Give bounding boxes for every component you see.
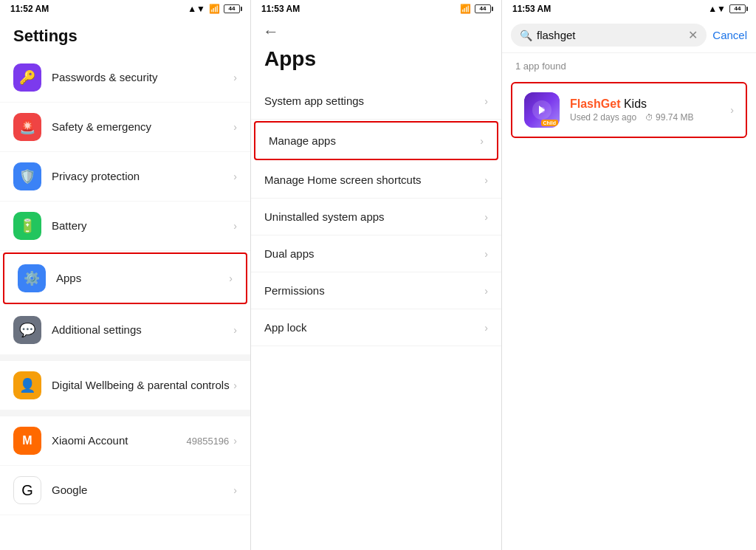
dual-apps-chevron: › bbox=[484, 248, 488, 260]
cancel-button[interactable]: Cancel bbox=[712, 29, 747, 41]
app-size-value: 99.74 MB bbox=[656, 112, 693, 123]
app-lock-label: App lock bbox=[264, 321, 484, 334]
battery-icon-item: 🔋 bbox=[13, 212, 41, 240]
settings-item-xiaomi[interactable]: M Xiaomi Account 49855196 › bbox=[0, 416, 250, 466]
settings-item-battery[interactable]: 🔋 Battery › bbox=[0, 202, 250, 251]
divider-2 bbox=[0, 410, 250, 416]
manage-apps-chevron: › bbox=[480, 135, 484, 147]
time-1: 11:52 AM bbox=[10, 4, 49, 14]
xiaomi-chevron: › bbox=[233, 435, 237, 447]
menu-item-permissions[interactable]: Permissions › bbox=[251, 272, 501, 309]
menu-item-dual-apps[interactable]: Dual apps › bbox=[251, 236, 501, 272]
settings-item-digital[interactable]: 👤 Digital Wellbeing & parental controls … bbox=[0, 361, 250, 410]
safety-icon: 🚨 bbox=[13, 113, 41, 141]
app-name: FlashGet Kids bbox=[570, 97, 730, 111]
digital-chevron: › bbox=[233, 379, 237, 391]
app-info: FlashGet Kids Used 2 days ago ⏱ 99.74 MB bbox=[570, 97, 730, 123]
back-nav[interactable]: ← bbox=[251, 18, 501, 46]
apps-chevron: › bbox=[229, 272, 233, 284]
signal-icon-3: ▲▼ bbox=[708, 4, 726, 14]
settings-item-safety[interactable]: 🚨 Safety & emergency › bbox=[0, 103, 250, 152]
signal-icon-1: ▲▼ bbox=[188, 4, 205, 14]
manage-apps-label: Manage apps bbox=[269, 134, 480, 147]
search-bar: 🔍 ✕ Cancel bbox=[502, 18, 756, 53]
digital-label: Digital Wellbeing & parental controls bbox=[52, 378, 233, 393]
manage-home-label: Manage Home screen shortcuts bbox=[264, 173, 484, 186]
safety-chevron: › bbox=[233, 121, 237, 133]
back-button[interactable]: ← bbox=[263, 22, 279, 41]
app-name-highlight: FlashGet bbox=[570, 97, 620, 110]
menu-item-uninstalled[interactable]: Uninstalled system apps › bbox=[251, 199, 501, 236]
additional-label: Additional settings bbox=[52, 323, 233, 337]
apps-label: Apps bbox=[56, 271, 229, 286]
passwords-label: Passwords & security bbox=[52, 70, 233, 85]
battery-chevron: › bbox=[233, 220, 237, 232]
menu-item-manage-apps[interactable]: Manage apps › bbox=[254, 121, 498, 160]
time-3: 11:53 AM bbox=[512, 4, 551, 14]
google-chevron: › bbox=[233, 484, 237, 496]
settings-item-passwords[interactable]: 🔑 Passwords & security › bbox=[0, 53, 250, 103]
status-bar-1: 11:52 AM ▲▼ 📶 44 bbox=[0, 0, 250, 18]
child-badge: Child bbox=[541, 120, 559, 126]
app-lock-chevron: › bbox=[484, 322, 488, 334]
xiaomi-icon: M bbox=[13, 427, 41, 455]
apps-content: ← Apps System app settings › Manage apps… bbox=[251, 18, 501, 550]
wifi-icon-1: 📶 bbox=[209, 4, 220, 14]
time-2: 11:53 AM bbox=[261, 4, 300, 14]
clear-button[interactable]: ✕ bbox=[688, 28, 698, 42]
additional-chevron: › bbox=[233, 324, 237, 336]
uninstalled-chevron: › bbox=[484, 211, 488, 223]
permissions-chevron: › bbox=[484, 285, 488, 297]
privacy-icon: 🛡️ bbox=[13, 162, 41, 190]
search-results-content: 1 app found Child FlashGet Kids bbox=[502, 53, 756, 550]
google-label: Google bbox=[52, 483, 233, 498]
settings-item-google[interactable]: G Google › bbox=[0, 466, 250, 515]
system-app-settings-label: System app settings bbox=[264, 94, 484, 107]
xiaomi-label: Xiaomi Account bbox=[52, 433, 186, 448]
google-icon: G bbox=[13, 476, 41, 504]
app-result-chevron: › bbox=[730, 104, 734, 116]
panel-apps: 11:53 AM 📶 44 ← Apps System app settings… bbox=[251, 0, 502, 550]
menu-item-system-app-settings[interactable]: System app settings › bbox=[251, 83, 501, 120]
privacy-label: Privacy protection bbox=[52, 169, 233, 184]
apps-icon: ⚙️ bbox=[18, 264, 46, 292]
panel-settings: 11:52 AM ▲▼ 📶 44 Settings 🔑 Passwords & … bbox=[0, 0, 251, 550]
menu-item-app-lock[interactable]: App lock › bbox=[251, 309, 501, 346]
status-bar-2: 11:53 AM 📶 44 bbox=[251, 0, 501, 18]
menu-item-manage-home[interactable]: Manage Home screen shortcuts › bbox=[251, 162, 501, 199]
privacy-chevron: › bbox=[233, 171, 237, 182]
app-meta: Used 2 days ago ⏱ 99.74 MB bbox=[570, 112, 730, 123]
system-app-settings-chevron: › bbox=[484, 95, 488, 107]
svg-point-1 bbox=[539, 107, 545, 113]
uninstalled-label: Uninstalled system apps bbox=[264, 210, 484, 223]
flashget-app-icon bbox=[532, 100, 552, 120]
settings-item-additional[interactable]: 💬 Additional settings › bbox=[0, 306, 250, 355]
additional-icon: 💬 bbox=[13, 316, 41, 344]
xiaomi-badge: 49855196 bbox=[186, 436, 229, 447]
digital-icon: 👤 bbox=[13, 371, 41, 399]
battery-2: 44 bbox=[475, 4, 491, 13]
battery-1: 44 bbox=[224, 4, 240, 13]
passwords-icon: 🔑 bbox=[13, 63, 41, 92]
settings-item-privacy[interactable]: 🛡️ Privacy protection › bbox=[0, 152, 250, 202]
battery-3: 44 bbox=[729, 4, 746, 13]
flashget-icon-wrap: Child bbox=[524, 92, 560, 128]
divider-1 bbox=[0, 355, 250, 361]
settings-content: Settings 🔑 Passwords & security › 🚨 Safe… bbox=[0, 18, 250, 550]
apps-panel-title: Apps bbox=[251, 46, 501, 83]
settings-item-apps[interactable]: ⚙️ Apps › bbox=[3, 252, 247, 304]
app-result-flashget[interactable]: Child FlashGet Kids Used 2 days ago ⏱ 99… bbox=[511, 82, 747, 138]
safety-label: Safety & emergency bbox=[52, 120, 233, 134]
status-bar-3: 11:53 AM ▲▼ 44 bbox=[502, 0, 756, 18]
manage-home-chevron: › bbox=[484, 174, 488, 186]
app-used: Used 2 days ago bbox=[570, 112, 636, 123]
signal-icon-2: 📶 bbox=[460, 4, 471, 14]
search-input-wrap[interactable]: 🔍 ✕ bbox=[511, 24, 707, 47]
search-icon: 🔍 bbox=[520, 30, 532, 41]
app-size: ⏱ 99.74 MB bbox=[645, 112, 693, 123]
app-name-suffix: Kids bbox=[620, 97, 647, 110]
search-input[interactable] bbox=[537, 29, 684, 41]
results-count: 1 app found bbox=[502, 53, 756, 76]
passwords-chevron: › bbox=[233, 72, 237, 83]
permissions-label: Permissions bbox=[264, 284, 484, 297]
